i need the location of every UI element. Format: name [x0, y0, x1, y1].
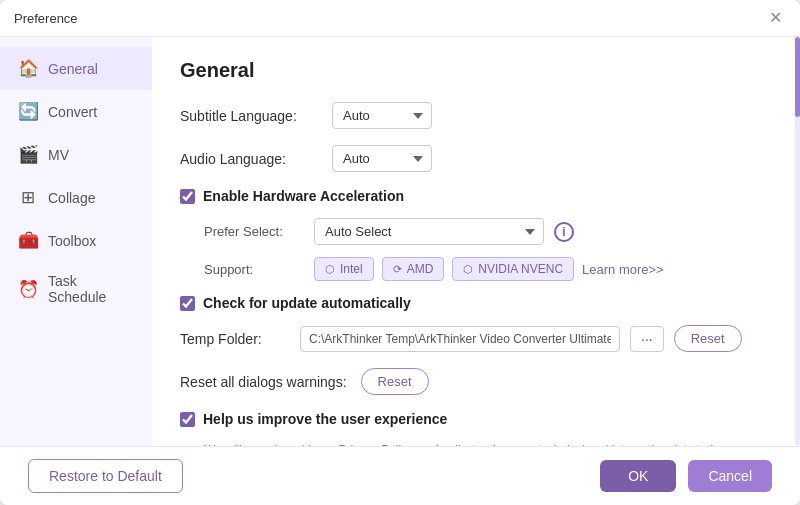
sidebar-label-convert: Convert	[48, 104, 97, 120]
sidebar-label-toolbox: Toolbox	[48, 233, 96, 249]
support-row: Support: ⬡ Intel ⟳ AMD ⬡ NVIDIA NVENC	[204, 257, 772, 281]
section-title: General	[180, 59, 772, 82]
sidebar-item-general[interactable]: 🏠 General	[0, 47, 152, 90]
browse-button[interactable]: ···	[630, 326, 664, 352]
close-button[interactable]: ✕	[765, 8, 786, 28]
prefer-select-dropdown[interactable]: Auto Select Intel AMD NVIDIA NVENC	[314, 218, 544, 245]
sidebar-label-task-schedule: Task Schedule	[48, 273, 134, 305]
subtitle-language-label: Subtitle Language:	[180, 108, 320, 124]
scrollbar-thumb[interactable]	[795, 37, 800, 117]
amd-label: AMD	[407, 262, 434, 276]
reset-all-row: Reset all dialogs warnings: Reset	[180, 368, 772, 395]
reset-all-label: Reset all dialogs warnings:	[180, 374, 347, 390]
intel-chip: ⬡ Intel	[314, 257, 374, 281]
help-text-content: We will complay with our Privacy Policy,…	[204, 443, 753, 446]
intel-label: Intel	[340, 262, 363, 276]
ok-button[interactable]: OK	[600, 460, 676, 492]
sidebar-item-mv[interactable]: 🎬 MV	[0, 133, 152, 176]
hardware-accel-label[interactable]: Enable Hardware Acceleration	[203, 188, 404, 204]
sidebar-item-collage[interactable]: ⊞ Collage	[0, 176, 152, 219]
temp-folder-input[interactable]	[300, 326, 620, 352]
help-text: We will complay with our Privacy Policy,…	[204, 441, 772, 446]
subtitle-language-row: Subtitle Language: Auto English Chinese	[180, 102, 772, 129]
help-improve-checkbox[interactable]	[180, 412, 195, 427]
subtitle-language-select[interactable]: Auto English Chinese	[332, 102, 432, 129]
temp-reset-button[interactable]: Reset	[674, 325, 742, 352]
prefer-select-label: Prefer Select:	[204, 224, 304, 239]
audio-language-row: Audio Language: Auto English Chinese	[180, 145, 772, 172]
toolbox-icon: 🧰	[18, 230, 38, 251]
sidebar-item-task-schedule[interactable]: ⏰ Task Schedule	[0, 262, 152, 316]
window-body: 🏠 General 🔄 Convert 🎬 MV ⊞ Collage 🧰 Too…	[0, 37, 800, 446]
prefer-select-row: Prefer Select: Auto Select Intel AMD NVI…	[204, 218, 772, 245]
support-label: Support:	[204, 262, 304, 277]
hardware-accel-checkbox[interactable]	[180, 189, 195, 204]
preference-window: Preference ✕ 🏠 General 🔄 Convert 🎬 MV ⊞ …	[0, 0, 800, 505]
footer: Restore to Default OK Cancel	[0, 446, 800, 505]
sidebar-item-toolbox[interactable]: 🧰 Toolbox	[0, 219, 152, 262]
hardware-sub-form: Prefer Select: Auto Select Intel AMD NVI…	[204, 218, 772, 281]
schedule-icon: ⏰	[18, 279, 38, 300]
cancel-button[interactable]: Cancel	[688, 460, 772, 492]
convert-icon: 🔄	[18, 101, 38, 122]
help-improve-row: Help us improve the user experience	[180, 411, 772, 427]
footer-actions: OK Cancel	[600, 460, 772, 492]
check-update-row: Check for update automatically	[180, 295, 772, 311]
main-content: General Subtitle Language: Auto English …	[152, 37, 800, 446]
help-improve-label[interactable]: Help us improve the user experience	[203, 411, 447, 427]
title-bar: Preference ✕	[0, 0, 800, 37]
learn-more-link[interactable]: Learn more>>	[582, 262, 664, 277]
window-title: Preference	[14, 11, 78, 26]
hardware-accel-row: Enable Hardware Acceleration	[180, 188, 772, 204]
amd-chip: ⟳ AMD	[382, 257, 445, 281]
audio-language-label: Audio Language:	[180, 151, 320, 167]
scrollbar-track	[795, 37, 800, 446]
check-update-checkbox[interactable]	[180, 296, 195, 311]
reset-all-button[interactable]: Reset	[361, 368, 429, 395]
collage-icon: ⊞	[18, 187, 38, 208]
check-update-label[interactable]: Check for update automatically	[203, 295, 411, 311]
sidebar-label-mv: MV	[48, 147, 69, 163]
sidebar-label-general: General	[48, 61, 98, 77]
nvidia-icon: ⬡	[463, 263, 473, 276]
sidebar: 🏠 General 🔄 Convert 🎬 MV ⊞ Collage 🧰 Too…	[0, 37, 152, 446]
amd-icon: ⟳	[393, 263, 402, 276]
restore-default-button[interactable]: Restore to Default	[28, 459, 183, 493]
support-chips: ⬡ Intel ⟳ AMD ⬡ NVIDIA NVENC Learn more>…	[314, 257, 664, 281]
audio-language-select[interactable]: Auto English Chinese	[332, 145, 432, 172]
nvidia-label: NVIDIA NVENC	[478, 262, 563, 276]
home-icon: 🏠	[18, 58, 38, 79]
intel-icon: ⬡	[325, 263, 335, 276]
mv-icon: 🎬	[18, 144, 38, 165]
sidebar-item-convert[interactable]: 🔄 Convert	[0, 90, 152, 133]
nvidia-chip: ⬡ NVIDIA NVENC	[452, 257, 574, 281]
temp-folder-row: Temp Folder: ··· Reset	[180, 325, 772, 352]
temp-folder-label: Temp Folder:	[180, 331, 290, 347]
sidebar-label-collage: Collage	[48, 190, 95, 206]
info-icon[interactable]: i	[554, 222, 574, 242]
